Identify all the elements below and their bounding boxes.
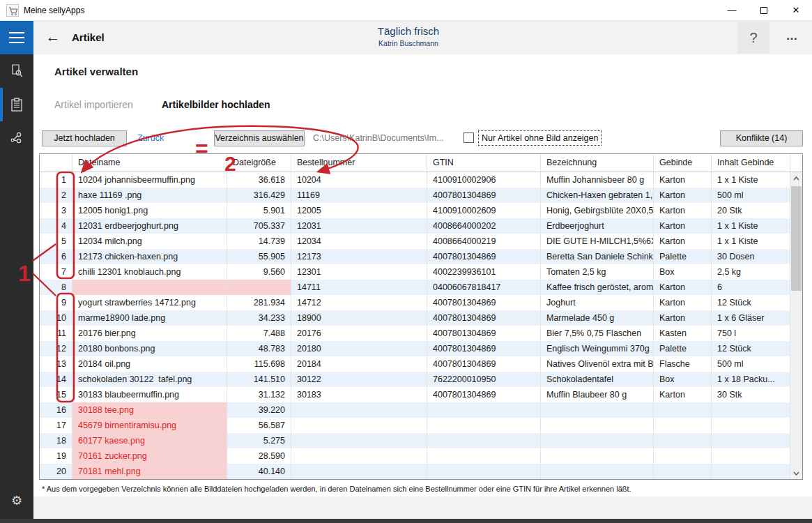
minimize-button[interactable]: —: [716, 0, 748, 21]
cell-file[interactable]: 12034 milch.png: [72, 234, 227, 249]
cell-name[interactable]: Muffin Johannisbeer 80 g: [541, 172, 654, 188]
cell-content[interactable]: 30 Dosen: [712, 249, 790, 264]
table-row[interactable]: 81471104006067818417Kaffee frisch geröst…: [40, 280, 802, 295]
cell-order[interactable]: 14711: [291, 280, 427, 295]
filter-checkbox[interactable]: [464, 132, 474, 143]
cell-name[interactable]: [541, 418, 654, 433]
cell-size[interactable]: [227, 280, 291, 295]
cell-order[interactable]: 12031: [291, 218, 427, 234]
cell-size[interactable]: 36.618: [227, 172, 291, 188]
cell-gtin[interactable]: 4008664000219: [427, 234, 541, 249]
cell-row-number[interactable]: 7: [40, 264, 72, 280]
cell-name[interactable]: [541, 402, 654, 418]
cell-size[interactable]: 141.510: [227, 372, 291, 387]
cell-order[interactable]: 20180: [291, 341, 427, 356]
maximize-button[interactable]: [748, 0, 780, 21]
cell-content[interactable]: [712, 448, 790, 464]
cell-gtin[interactable]: 4007801304869: [427, 310, 541, 326]
cell-name[interactable]: DIE GUTE H-MILCH1,5%6X1L...: [541, 234, 654, 249]
cell-order[interactable]: 20184: [291, 356, 427, 372]
cell-pack[interactable]: [654, 448, 712, 464]
cell-gtin[interactable]: 4002239936101: [427, 264, 541, 280]
cell-content[interactable]: 750 l: [712, 326, 790, 341]
cell-size[interactable]: 281.934: [227, 295, 291, 310]
column-header-size[interactable]: Dateigröße: [227, 154, 291, 172]
cell-content[interactable]: 1 x 6 Gläser: [712, 310, 790, 326]
cell-file[interactable]: 12031 erdbeerjoghurt.png: [72, 218, 227, 234]
cell-pack[interactable]: [654, 418, 712, 433]
cell-order[interactable]: [291, 402, 427, 418]
cell-content[interactable]: [712, 418, 790, 433]
cell-size[interactable]: 316.429: [227, 188, 291, 203]
cell-size[interactable]: 34.233: [227, 310, 291, 326]
cell-name[interactable]: [541, 448, 654, 464]
cell-file[interactable]: 20184 oil.png: [72, 356, 227, 372]
cell-row-number[interactable]: 15: [40, 387, 72, 402]
cell-size[interactable]: 39.220: [227, 402, 291, 418]
cell-content[interactable]: 6: [712, 280, 790, 295]
cell-order[interactable]: 18900: [291, 310, 427, 326]
cell-file[interactable]: 12173 chicken-haxen.png: [72, 249, 227, 264]
back-button[interactable]: ←: [42, 21, 64, 54]
upload-now-button[interactable]: Jetzt hochladen: [42, 130, 127, 146]
cell-pack[interactable]: Box: [654, 264, 712, 280]
cell-pack[interactable]: [654, 433, 712, 448]
cell-row-number[interactable]: 20: [40, 464, 72, 479]
cell-gtin[interactable]: [427, 418, 541, 433]
cell-file[interactable]: [72, 280, 227, 295]
cell-pack[interactable]: Karton: [654, 188, 712, 203]
cell-file[interactable]: 60177 kaese.png: [72, 433, 227, 448]
table-row[interactable]: 2070181 mehl.png40.140: [40, 464, 802, 479]
cell-content[interactable]: 1 x 18 Packu...: [712, 372, 790, 387]
cell-file[interactable]: chilli 12301 knoblauch.png: [72, 264, 227, 280]
cell-file[interactable]: 70161 zucker.png: [72, 448, 227, 464]
cell-gtin[interactable]: 4100910002906: [427, 172, 541, 188]
column-header-gtin[interactable]: GTIN: [427, 154, 541, 172]
cell-order[interactable]: 12005: [291, 203, 427, 218]
cell-pack[interactable]: Karton: [654, 310, 712, 326]
cell-order[interactable]: 12301: [291, 264, 427, 280]
cell-content[interactable]: 1 x 1 Kiste: [712, 172, 790, 188]
column-header-order[interactable]: Bestellnummer: [291, 154, 427, 172]
sidebar-item-articles[interactable]: [0, 88, 33, 121]
scroll-down-icon[interactable]: [790, 467, 802, 479]
cell-row-number[interactable]: 2: [40, 188, 72, 203]
cell-pack[interactable]: Karton: [654, 203, 712, 218]
cell-content[interactable]: 500 ml: [712, 356, 790, 372]
cell-gtin[interactable]: 4008664000202: [427, 218, 541, 234]
cell-order[interactable]: [291, 464, 427, 479]
table-row[interactable]: 1530183 blaubeermuffin.png31.13230183400…: [40, 387, 802, 402]
cell-content[interactable]: 20 Stk: [712, 203, 790, 218]
scroll-up-icon[interactable]: [790, 172, 802, 184]
cell-name[interactable]: [541, 464, 654, 479]
cell-name[interactable]: Muffin Blaubeer 80 g: [541, 387, 654, 402]
table-row[interactable]: 2haxe 11169 .png316.42911169400780130486…: [40, 188, 802, 203]
close-button[interactable]: ✕: [780, 0, 812, 21]
cell-size[interactable]: 56.587: [227, 418, 291, 433]
cell-row-number[interactable]: 9: [40, 295, 72, 310]
help-button[interactable]: ?: [737, 22, 769, 54]
cell-gtin[interactable]: 04006067818417: [427, 280, 541, 295]
sidebar-item-share[interactable]: [0, 121, 33, 155]
cell-order[interactable]: [291, 448, 427, 464]
table-row[interactable]: 612173 chicken-haxen.png55.9051217340078…: [40, 249, 802, 264]
column-header-name[interactable]: Bezeichnung: [541, 154, 654, 172]
cell-pack[interactable]: [654, 464, 712, 479]
cell-gtin[interactable]: 4007801304869: [427, 188, 541, 203]
table-row[interactable]: 1320184 oil.png115.698201844007801304869…: [40, 356, 802, 372]
filter-checkbox-label[interactable]: Nur Artikel ohne Bild anzeigen: [478, 130, 602, 146]
cell-row-number[interactable]: 3: [40, 203, 72, 218]
cell-gtin[interactable]: 4007801304869: [427, 387, 541, 402]
cell-gtin[interactable]: [427, 433, 541, 448]
cell-row-number[interactable]: 10: [40, 310, 72, 326]
cell-file[interactable]: 20176 bier.png: [72, 326, 227, 341]
tab-artikel-importieren[interactable]: Artikel importieren: [54, 99, 133, 110]
table-row[interactable]: 312005 honig1.png5.901120054100910002609…: [40, 203, 802, 218]
cell-name[interactable]: [541, 433, 654, 448]
cell-row-number[interactable]: 8: [40, 280, 72, 295]
cell-gtin[interactable]: 7622200010950: [427, 372, 541, 387]
table-row[interactable]: 10marme18900 lade.png34.2331890040078013…: [40, 310, 802, 326]
cell-size[interactable]: 705.337: [227, 218, 291, 234]
cell-row-number[interactable]: 12: [40, 341, 72, 356]
cell-pack[interactable]: Karton: [654, 172, 712, 188]
